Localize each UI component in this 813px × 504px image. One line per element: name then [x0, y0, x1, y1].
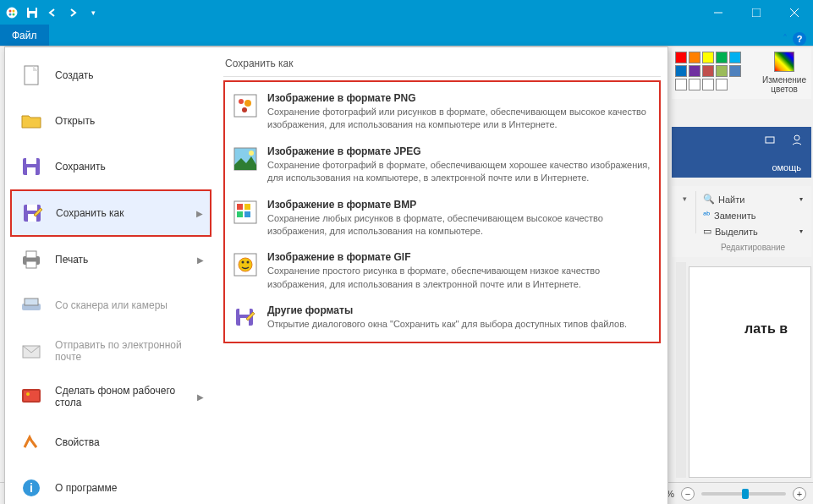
zoom-in-button[interactable]: + [793, 487, 806, 501]
word-account-icon[interactable] [791, 134, 803, 145]
file-tab[interactable]: Файл [0, 25, 49, 46]
redo-icon[interactable] [66, 6, 80, 19]
menu-item-save-as[interactable]: Сохранить как ▶ [10, 189, 211, 237]
svg-point-30 [26, 392, 30, 396]
about-icon: i [18, 474, 45, 501]
svg-rect-44 [237, 211, 243, 217]
color-swatch[interactable] [675, 65, 687, 77]
menu-item-about[interactable]: i О программе [10, 465, 211, 504]
color-swatch[interactable] [716, 79, 728, 90]
svg-point-2 [13, 10, 15, 13]
color-swatch[interactable] [716, 65, 728, 77]
color-swatch[interactable] [689, 65, 700, 77]
menu-label: Создать [55, 69, 94, 81]
color-swatch[interactable] [729, 65, 741, 77]
word-help-label[interactable]: омощь [772, 162, 801, 173]
save-as-other[interactable]: Другие форматы Открытие диалогового окна… [227, 298, 657, 338]
save-icon[interactable] [25, 6, 39, 19]
replace-button[interactable]: ᵃᵇЗаменить [700, 207, 806, 223]
option-desc: Открытие диалогового окна "Сохранить как… [267, 318, 652, 331]
menu-label: Отправить по электронной почте [55, 339, 204, 363]
color-swatch[interactable] [675, 79, 687, 90]
svg-point-13 [794, 135, 799, 140]
submenu-title: Сохранить как [223, 54, 661, 77]
menu-label: Открыть [55, 115, 95, 127]
zoom-out-button[interactable]: − [681, 487, 695, 501]
menu-item-print[interactable]: Печать ▶ [10, 237, 211, 282]
zoom-controls: 100% − + [651, 487, 806, 501]
window-controls [699, 0, 813, 25]
open-icon [18, 107, 45, 134]
collapse-ribbon-icon[interactable]: ˄ [783, 33, 788, 45]
zoom-slider-thumb[interactable] [742, 489, 749, 499]
color-swatch[interactable] [702, 52, 714, 63]
option-title: Изображение в формате PNG [267, 92, 652, 104]
submenu-arrow-icon: ▶ [197, 255, 204, 265]
save-as-icon [19, 200, 46, 227]
find-button[interactable]: 🔍Найти▾ [700, 191, 806, 207]
svg-rect-24 [26, 261, 36, 268]
word-share-icon[interactable] [764, 134, 776, 145]
quick-access: ▾ [0, 6, 100, 19]
svg-rect-12 [766, 137, 774, 143]
svg-rect-9 [752, 8, 761, 17]
color-swatch[interactable] [702, 65, 714, 77]
color-swatch[interactable] [716, 52, 728, 63]
menu-label: Свойства [55, 436, 100, 448]
svg-point-0 [7, 8, 17, 18]
menu-item-properties[interactable]: Свойства [10, 419, 211, 465]
menu-item-desktop-bg[interactable]: Сделать фоном рабочего стола ▶ [10, 374, 211, 419]
file-menu: Создать Открыть Сохранить Сохранить как … [4, 47, 668, 504]
svg-rect-6 [29, 8, 36, 11]
svg-rect-26 [25, 299, 38, 305]
find-icon: 🔍 [703, 194, 715, 205]
styles-dropdown-icon[interactable]: ▾ [677, 191, 692, 203]
color-swatch[interactable] [675, 52, 687, 63]
minimize-button[interactable] [699, 0, 737, 25]
save-as-jpeg[interactable]: Изображение в формате JPEG Сохранение фо… [227, 139, 657, 192]
qa-dropdown-icon[interactable]: ▾ [86, 6, 100, 19]
properties-icon [18, 429, 45, 456]
color-swatch[interactable] [689, 52, 700, 63]
undo-icon[interactable] [46, 6, 59, 19]
file-menu-left: Создать Открыть Сохранить Сохранить как … [5, 47, 217, 504]
svg-point-36 [244, 100, 251, 107]
color-swatch[interactable] [702, 79, 714, 90]
submenu-arrow-icon: ▶ [197, 392, 204, 402]
color-swatch[interactable] [689, 79, 700, 90]
menu-item-email[interactable]: Отправить по электронной почте [10, 328, 211, 374]
submenu-arrow-icon: ▶ [196, 209, 203, 218]
menu-item-new[interactable]: Создать [10, 52, 211, 98]
svg-text:i: i [30, 481, 33, 495]
svg-rect-23 [26, 251, 36, 258]
help-icon[interactable]: ? [793, 32, 806, 46]
color-palette[interactable] [672, 48, 757, 94]
save-as-gif[interactable]: Изображение в формате GIF Сохранение про… [227, 244, 657, 298]
svg-rect-18 [27, 167, 36, 175]
save-as-png[interactable]: Изображение в формате PNG Сохранение фот… [227, 85, 657, 139]
option-desc: Сохранение любых рисунков в формате, обе… [267, 212, 652, 238]
color-swatch[interactable] [729, 52, 741, 63]
option-title: Другие форматы [267, 304, 652, 316]
save-as-bmp[interactable]: Изображение в формате BMP Сохранение люб… [227, 192, 657, 245]
close-button[interactable] [775, 0, 813, 25]
svg-rect-51 [239, 309, 250, 315]
menu-item-scanner[interactable]: Со сканера или камеры [10, 282, 211, 328]
editing-group-label: Редактирование [700, 243, 806, 252]
menu-item-save[interactable]: Сохранить [10, 144, 211, 189]
zoom-slider[interactable] [701, 492, 786, 496]
maximize-button[interactable] [737, 0, 775, 25]
svg-rect-34 [234, 95, 256, 117]
svg-point-37 [242, 107, 247, 112]
menu-label: Печать [55, 254, 88, 266]
edit-colors-button[interactable]: Изменение цветов [757, 48, 811, 99]
svg-rect-7 [30, 14, 35, 18]
menu-label: Сохранить [55, 161, 106, 173]
word-titlebar: омощь [672, 127, 811, 178]
file-menu-submenu: Сохранить как Изображение в формате PNG … [217, 47, 667, 504]
png-icon [232, 92, 259, 119]
svg-point-40 [249, 151, 254, 156]
svg-rect-42 [237, 204, 243, 210]
menu-item-open[interactable]: Открыть [10, 98, 211, 144]
select-button[interactable]: ▭Выделить▾ [700, 223, 806, 239]
